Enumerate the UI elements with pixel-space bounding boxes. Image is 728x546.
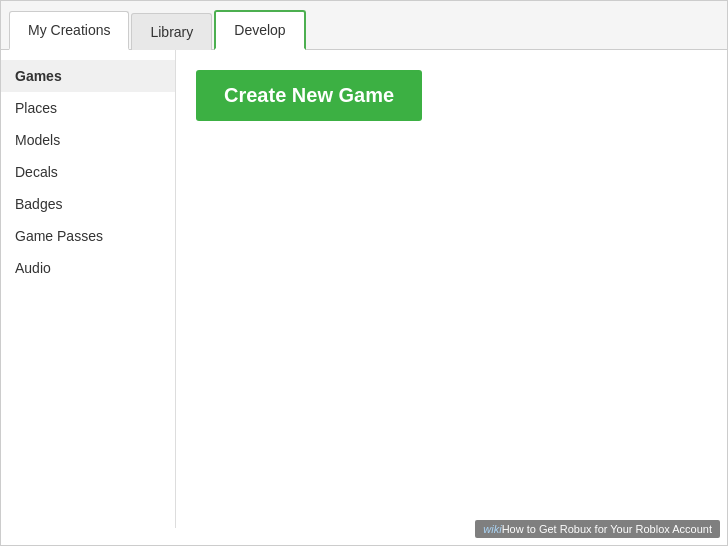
sidebar-item-games[interactable]: Games xyxy=(1,60,175,92)
sidebar-item-badges[interactable]: Badges xyxy=(1,188,175,220)
sidebar-item-models[interactable]: Models xyxy=(1,124,175,156)
tab-develop[interactable]: Develop xyxy=(214,10,305,50)
create-new-game-button[interactable]: Create New Game xyxy=(196,70,422,121)
tab-my-creations[interactable]: My Creations xyxy=(9,11,129,50)
sidebar: Games Places Models Decals Badges Game P… xyxy=(1,50,176,528)
watermark: wikiHow to Get Robux for Your Roblox Acc… xyxy=(475,520,720,538)
sidebar-item-game-passes[interactable]: Game Passes xyxy=(1,220,175,252)
watermark-text: How to Get Robux for Your Roblox Account xyxy=(502,523,712,535)
main-content: Games Places Models Decals Badges Game P… xyxy=(1,50,727,528)
tab-bar: My Creations Library Develop xyxy=(1,1,727,50)
sidebar-item-places[interactable]: Places xyxy=(1,92,175,124)
sidebar-item-audio[interactable]: Audio xyxy=(1,252,175,284)
sidebar-item-decals[interactable]: Decals xyxy=(1,156,175,188)
tab-library[interactable]: Library xyxy=(131,13,212,50)
watermark-wiki: wiki xyxy=(483,523,501,535)
content-area: Create New Game xyxy=(176,50,727,528)
